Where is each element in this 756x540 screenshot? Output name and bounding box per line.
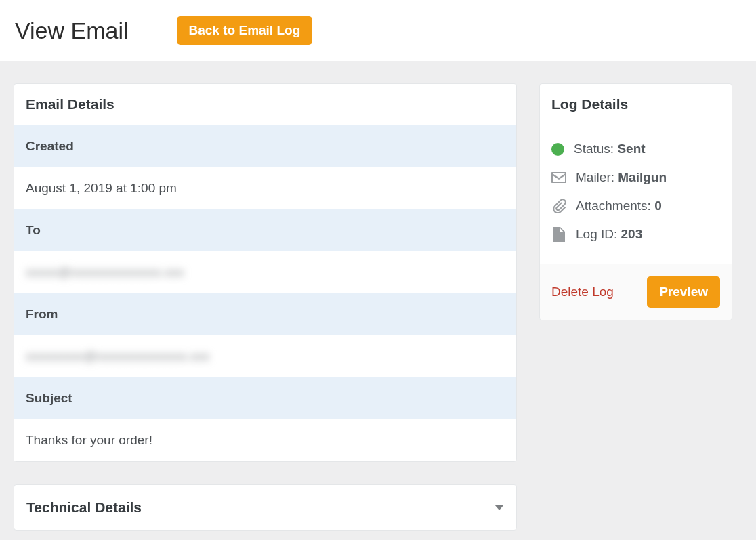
logid-text: Log ID: 203 bbox=[576, 227, 642, 242]
log-details-title: Log Details bbox=[540, 84, 732, 125]
from-label: From bbox=[14, 293, 516, 335]
status-text: Status: Sent bbox=[574, 142, 646, 157]
subject-label: Subject bbox=[14, 377, 516, 419]
to-label: To bbox=[14, 209, 516, 251]
page-title: View Email bbox=[15, 18, 129, 44]
mailer-text: Mailer: Mailgun bbox=[576, 170, 667, 185]
log-details-panel: Log Details Status: Sent Mailer: Mailgun bbox=[539, 83, 732, 320]
logid-row: Log ID: 203 bbox=[551, 220, 720, 249]
preview-button[interactable]: Preview bbox=[647, 276, 720, 308]
to-value: xxxxx@xxxxxxxxxxxxxx.xxx bbox=[14, 251, 516, 293]
technical-details-title: Technical Details bbox=[26, 499, 142, 516]
from-value: xxxxxxxxx@xxxxxxxxxxxxxx.xxx bbox=[14, 335, 516, 377]
status-row: Status: Sent bbox=[551, 135, 720, 163]
back-to-log-button[interactable]: Back to Email Log bbox=[177, 16, 313, 45]
mailer-row: Mailer: Mailgun bbox=[551, 163, 720, 192]
content-area: Email Details Created August 1, 2019 at … bbox=[0, 61, 756, 540]
page-header: View Email Back to Email Log bbox=[0, 0, 756, 61]
technical-details-toggle[interactable]: Technical Details bbox=[14, 484, 517, 531]
envelope-icon bbox=[551, 172, 566, 183]
created-value: August 1, 2019 at 1:00 pm bbox=[14, 167, 516, 209]
subject-value: Thanks for your order! bbox=[14, 419, 516, 461]
attachments-row: Attachments: 0 bbox=[551, 192, 720, 220]
chevron-down-icon bbox=[495, 505, 504, 510]
created-label: Created bbox=[14, 125, 516, 167]
attachments-text: Attachments: 0 bbox=[576, 199, 662, 213]
email-details-panel: Email Details Created August 1, 2019 at … bbox=[14, 83, 517, 462]
status-dot-icon bbox=[551, 143, 564, 156]
document-icon bbox=[551, 227, 566, 242]
email-details-title: Email Details bbox=[14, 84, 516, 125]
delete-log-link[interactable]: Delete Log bbox=[551, 285, 614, 299]
paperclip-icon bbox=[551, 199, 566, 213]
